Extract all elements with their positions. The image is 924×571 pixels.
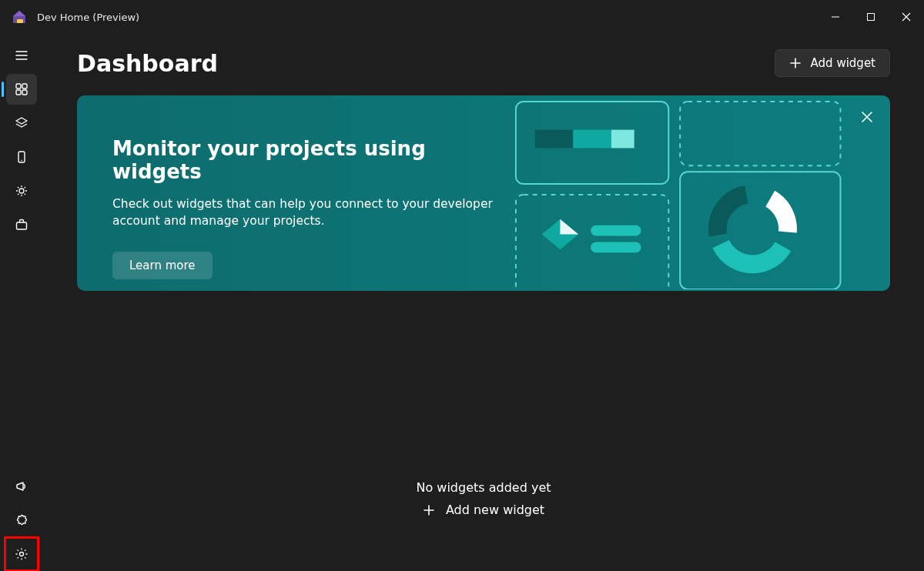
svg-rect-4 [22,84,27,88]
svg-rect-13 [535,130,574,149]
menu-icon [15,48,28,62]
empty-state: No widgets added yet Add new widget [43,480,924,519]
sidebar-item-toolbox[interactable] [6,209,37,240]
sidebar-item-dashboard[interactable] [6,74,37,105]
svg-point-9 [19,189,24,193]
sidebar [0,34,43,571]
plus-icon [789,57,802,69]
svg-rect-21 [591,242,641,252]
banner-title: Monitor your projects using widgets [112,137,508,183]
add-new-widget-button[interactable]: Add new widget [423,503,544,517]
maximize-button[interactable] [853,0,889,34]
dashboard-icon [15,82,28,96]
titlebar: Dev Home (Preview) [0,0,924,34]
page-title: Dashboard [77,50,218,77]
svg-point-8 [21,160,22,162]
svg-rect-20 [591,225,641,236]
sidebar-item-device[interactable] [6,142,37,172]
close-icon [861,111,873,123]
window-title: Dev Home (Preview) [37,12,139,23]
svg-point-11 [20,553,24,556]
add-widget-button[interactable]: Add widget [775,49,890,77]
plus-icon [423,504,435,516]
svg-rect-10 [17,222,27,229]
settings-icon [15,547,28,561]
add-widget-label: Add widget [811,56,875,70]
sidebar-item-settings[interactable] [6,539,37,569]
svg-rect-17 [516,195,668,289]
svg-rect-14 [573,130,611,149]
banner-subtitle: Check out widgets that can help you conn… [112,195,505,230]
svg-rect-1 [832,17,839,18]
briefcase-icon [15,218,28,232]
gear-small-icon [15,184,28,198]
sidebar-item-feedback[interactable] [6,471,37,502]
hamburger-menu-button[interactable] [6,40,37,71]
puzzle-icon [15,513,28,527]
svg-rect-5 [16,90,21,95]
empty-state-message: No widgets added yet [43,480,924,495]
app-logo-icon [11,8,28,25]
svg-rect-0 [17,19,23,23]
learn-more-button[interactable]: Learn more [112,252,213,279]
svg-rect-6 [22,90,27,95]
banner-illustration [508,95,890,291]
svg-rect-15 [611,130,634,149]
sidebar-item-utilities[interactable] [6,175,37,206]
layers-icon [15,116,28,130]
svg-rect-3 [16,84,21,88]
add-new-widget-label: Add new widget [446,503,544,517]
widgets-banner: Monitor your projects using widgets Chec… [77,95,890,291]
close-button[interactable] [889,0,924,34]
svg-rect-2 [868,14,875,21]
megaphone-icon [15,479,28,493]
device-icon [15,150,28,164]
sidebar-item-stack[interactable] [6,108,37,139]
svg-rect-16 [680,102,840,165]
banner-close-button[interactable] [861,111,873,123]
svg-marker-19 [560,219,578,235]
main-content: Dashboard Add widget Monitor your projec… [43,34,924,571]
minimize-button[interactable] [818,0,853,34]
sidebar-item-extensions[interactable] [6,505,37,536]
